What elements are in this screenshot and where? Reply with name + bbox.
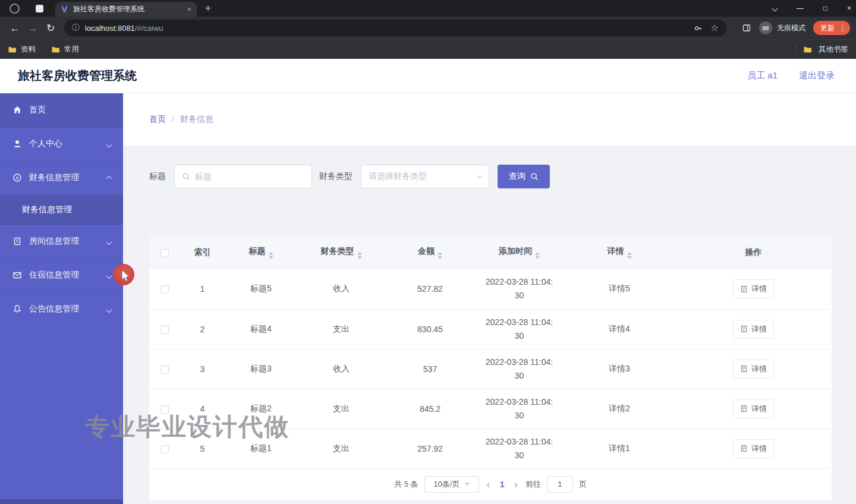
sidebar-subitem-label: 财务信息管理 — [22, 204, 72, 215]
type-filter-select[interactable]: 请选择财务类型 — [361, 165, 489, 188]
maximize-button[interactable]: □ — [823, 5, 827, 12]
sort-icon[interactable] — [357, 252, 362, 259]
column-header-type[interactable]: 财务类型 — [297, 236, 385, 269]
cell-index: 4 — [180, 389, 225, 429]
other-bookmarks[interactable]: 其他书签 — [796, 45, 848, 55]
sidebar-item-notices[interactable]: 公告信息管理 — [0, 292, 123, 326]
sidebar-subitem-finance-manage[interactable]: 财务信息管理 — [0, 195, 123, 225]
new-tab-button[interactable]: + — [205, 3, 211, 13]
chevron-down-icon — [107, 237, 111, 246]
user-icon — [12, 138, 23, 149]
column-header-title[interactable]: 标题 — [225, 236, 297, 269]
tab-title: 旅社客房收费管理系统 — [73, 4, 183, 14]
cell-detail: 详情3 — [564, 349, 675, 389]
row-checkbox[interactable] — [160, 366, 169, 374]
title-filter-field — [174, 165, 312, 188]
sidebar-item-finance[interactable]: ¥ 财务信息管理 — [0, 161, 123, 195]
document-icon — [740, 365, 748, 373]
detail-button[interactable]: 详情 — [733, 320, 774, 339]
window-controls: — □ × — [773, 5, 851, 12]
browser-tab[interactable]: 旅社客房收费管理系统 × — [55, 2, 197, 17]
column-header-index[interactable]: 索引 — [180, 236, 225, 269]
document-icon — [740, 445, 748, 452]
incognito-badge[interactable]: 无痕模式 — [759, 21, 805, 34]
select-all-checkbox[interactable] — [160, 249, 169, 257]
detail-button[interactable]: 详情 — [733, 439, 774, 458]
cell-actions: 详情 — [675, 309, 832, 349]
room-icon — [12, 236, 23, 247]
cell-actions: 详情 — [675, 269, 832, 309]
side-panel-icon[interactable] — [742, 23, 751, 33]
chevron-down-icon — [107, 304, 111, 314]
breadcrumb-current: 财务信息 — [180, 114, 213, 125]
cell-actions: 详情 — [675, 349, 832, 389]
cell-time: 2022-03-28 11:04:30 — [475, 349, 564, 389]
table-row: 5 标题1 支出 257.92 2022-03-28 11:04:30 详情1 … — [149, 429, 832, 468]
sort-icon[interactable] — [535, 252, 540, 259]
page-size-select[interactable]: 10条/页 — [424, 476, 479, 493]
row-checkbox[interactable] — [160, 445, 169, 453]
breadcrumb: 首页 / 财务信息 — [123, 93, 856, 146]
address-bar[interactable]: ⓘ localhost:8081/#/caiwu ☆ — [64, 20, 726, 36]
document-icon — [740, 405, 748, 412]
bookmark-star-icon[interactable]: ☆ — [711, 23, 719, 33]
tab-close-icon[interactable]: × — [187, 5, 191, 13]
forward-button[interactable]: → — [24, 23, 42, 33]
screen: 旅社客房收费管理系统 × + — □ × ← → ↻ ⓘ localhost:8… — [0, 0, 856, 504]
breadcrumb-separator: / — [172, 115, 174, 124]
tab-search-chevron-icon[interactable] — [772, 5, 778, 11]
cell-actions: 详情 — [675, 389, 832, 429]
sort-icon[interactable] — [269, 252, 273, 259]
detail-button[interactable]: 详情 — [733, 279, 774, 298]
detail-button[interactable]: 详情 — [733, 399, 774, 418]
sort-icon[interactable] — [627, 252, 632, 259]
sidebar-item-rooms[interactable]: 房间信息管理 — [0, 225, 123, 259]
logout-link[interactable]: 退出登录 — [799, 70, 835, 81]
browser-update-button[interactable]: 更新 ⋮ — [813, 21, 850, 35]
sidebar-item-home[interactable]: 首页 — [0, 93, 123, 127]
prev-page-button[interactable]: ‹ — [485, 478, 492, 490]
site-info-icon[interactable]: ⓘ — [72, 23, 80, 33]
goto-page-input[interactable] — [547, 476, 573, 493]
sidebar-item-profile[interactable]: 个人中心 — [0, 127, 123, 161]
column-header-amount[interactable]: 金额 — [385, 236, 475, 269]
minimize-button[interactable]: — — [797, 5, 804, 12]
cell-title: 标题2 — [225, 389, 297, 429]
sidebar-item-lodging[interactable]: 住宿信息管理 — [0, 259, 123, 292]
cell-detail: 详情2 — [564, 389, 675, 429]
detail-button[interactable]: 详情 — [733, 360, 774, 379]
toolbar-right: 无痕模式 更新 ⋮ — [734, 21, 850, 35]
bookmark-folder-1[interactable]: 资料 — [8, 45, 36, 55]
cell-type: 支出 — [297, 429, 385, 468]
column-header-time[interactable]: 添加时间 — [475, 236, 564, 269]
menu-kebab-icon[interactable]: ⋮ — [839, 24, 846, 32]
current-page[interactable]: 1 — [498, 480, 506, 489]
table-header-row: 索引 标题 财务类型 金额 添加时间 详情 操作 — [149, 236, 832, 269]
column-header-detail[interactable]: 详情 — [564, 236, 675, 269]
next-page-button[interactable]: › — [512, 478, 520, 490]
back-button[interactable]: ← — [6, 23, 24, 33]
folder-icon — [803, 46, 812, 53]
title-filter-input[interactable] — [195, 172, 304, 181]
cell-title: 标题3 — [225, 349, 297, 389]
sidebar-item-label: 首页 — [29, 105, 46, 115]
sidebar-item-label: 个人中心 — [29, 138, 62, 149]
row-checkbox[interactable] — [160, 285, 169, 294]
bell-icon — [12, 304, 23, 314]
row-checkbox[interactable] — [160, 326, 169, 334]
pinned-tab-icon[interactable] — [36, 5, 43, 12]
browser-profile-icon[interactable] — [10, 4, 20, 14]
reload-button[interactable]: ↻ — [42, 23, 59, 33]
breadcrumb-home[interactable]: 首页 — [149, 114, 166, 125]
window-close-button[interactable]: × — [847, 5, 851, 12]
password-key-icon[interactable] — [694, 24, 703, 33]
search-icon — [182, 172, 190, 181]
finance-icon: ¥ — [12, 172, 23, 183]
row-checkbox[interactable] — [160, 405, 169, 414]
bookmark-folder-2[interactable]: 常用 — [51, 45, 79, 55]
cell-amount: 845.2 — [385, 389, 475, 429]
table-row: 3 标题3 收入 537 2022-03-28 11:04:30 详情3 详情 — [149, 349, 832, 389]
sidebar-item-label: 住宿信息管理 — [29, 270, 79, 281]
sort-icon[interactable] — [438, 252, 442, 259]
search-button[interactable]: 查询 — [498, 165, 550, 188]
